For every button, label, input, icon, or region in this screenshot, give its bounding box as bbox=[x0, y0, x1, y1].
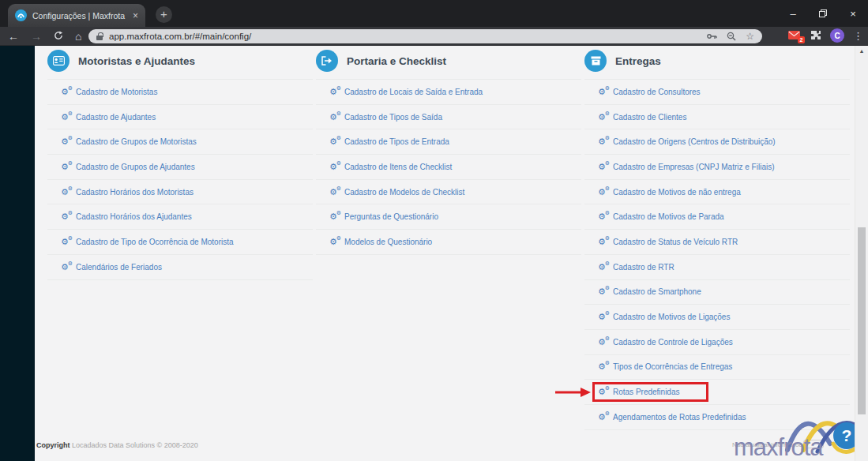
password-key-icon[interactable] bbox=[707, 33, 717, 39]
cogs-icon bbox=[598, 88, 608, 96]
home-button[interactable]: ⌂ bbox=[75, 31, 81, 42]
lock-icon bbox=[96, 36, 103, 40]
cogs-icon bbox=[61, 263, 71, 272]
config-link-cadastro-de-locais-de-saida-e-entrada[interactable]: Cadastro de Locais de Saída e Entrada bbox=[316, 80, 581, 105]
config-link-cadastro-de-controle-de-ligacoes[interactable]: Cadastro de Controle de Ligações bbox=[584, 330, 850, 355]
config-link-modelos-de-questionario[interactable]: Modelos de Questionário bbox=[316, 230, 581, 255]
zoom-out-icon[interactable] bbox=[727, 32, 736, 41]
config-link-perguntas-de-questionario[interactable]: Perguntas de Questionário bbox=[316, 204, 581, 230]
window-close-button[interactable]: × bbox=[838, 0, 868, 27]
config-link-cadastro-de-grupos-de-motoristas[interactable]: Cadastro de Grupos de Motoristas bbox=[47, 129, 313, 155]
section-title: Motoristas e Ajudantes bbox=[78, 55, 195, 67]
forward-button[interactable]: → bbox=[31, 31, 42, 42]
config-link-cadastro-de-modelos-de-checklist[interactable]: Cadastro de Modelos de Checklist bbox=[316, 180, 581, 205]
window-restore-button[interactable] bbox=[808, 0, 838, 27]
config-link-cadastro-de-ajudantes[interactable]: Cadastro de Ajudantes bbox=[47, 105, 313, 130]
help-button[interactable]: ? bbox=[842, 426, 852, 444]
cogs-icon bbox=[61, 88, 71, 96]
tab-title: Configurações | Maxfrota bbox=[32, 11, 128, 21]
cogs-icon bbox=[598, 137, 608, 146]
sign-out-icon bbox=[316, 50, 338, 72]
config-link-rotas-predefinidas[interactable]: Rotas Predefinidas bbox=[584, 380, 850, 405]
copyright-text: Copyright Locadados Data Solutions © 200… bbox=[36, 441, 198, 449]
browser-window: Configurações | Maxfrota × + – × ← → ⌂ a… bbox=[0, 0, 868, 461]
config-link-cadastro-de-tipo-de-ocorrencia-de-motorista[interactable]: Cadastro de Tipo de Ocorrência de Motori… bbox=[47, 230, 313, 255]
config-link-cadastro-de-tipos-de-saida[interactable]: Cadastro de Tipos de Saída bbox=[316, 105, 581, 130]
window-controls: – × bbox=[778, 0, 868, 27]
config-link-cadastro-de-motoristas[interactable]: Cadastro de Motoristas bbox=[47, 80, 313, 105]
cogs-icon bbox=[598, 113, 608, 122]
config-link-cadastro-de-origens-centros-de-distribuicao[interactable]: Cadastro de Origens (Centros de Distribu… bbox=[584, 129, 850, 155]
cogs-icon bbox=[61, 163, 71, 171]
config-link-cadastro-de-itens-de-checklist[interactable]: Cadastro de Itens de Checklist bbox=[316, 155, 581, 180]
reload-button[interactable] bbox=[54, 31, 63, 42]
new-tab-button[interactable]: + bbox=[156, 6, 172, 23]
config-link-cadastro-de-smartphone[interactable]: Cadastro de Smartphone bbox=[584, 280, 850, 305]
back-button[interactable]: ← bbox=[8, 31, 19, 42]
cogs-icon bbox=[598, 388, 608, 396]
maxfrota-logo: Não atualizar informações ? maxfrota bbox=[715, 409, 868, 461]
cogs-icon bbox=[329, 238, 340, 246]
cogs-icon bbox=[61, 188, 71, 197]
scrollbar-thumb[interactable] bbox=[858, 227, 866, 414]
cogs-icon bbox=[329, 188, 340, 197]
cogs-icon bbox=[598, 313, 608, 321]
cogs-icon bbox=[329, 163, 340, 171]
config-link-cadastro-de-tipos-de-entrada[interactable]: Cadastro de Tipos de Entrada bbox=[316, 129, 581, 155]
config-link-cadastro-de-consultores[interactable]: Cadastro de Consultores bbox=[584, 80, 850, 105]
window-minimize-button[interactable]: – bbox=[778, 0, 808, 27]
cogs-icon bbox=[329, 113, 340, 122]
mail-extension-icon[interactable]: 2 bbox=[788, 30, 802, 41]
column-entregas: Entregas Cadastro de ConsultoresCadastro… bbox=[584, 47, 850, 430]
cogs-icon bbox=[598, 238, 608, 246]
annotation-arrow bbox=[554, 387, 591, 398]
cogs-icon bbox=[598, 163, 608, 171]
cogs-icon bbox=[61, 212, 71, 221]
config-link-cadastro-de-motivos-de-nao-entrega[interactable]: Cadastro de Motivos de não entrega bbox=[584, 180, 850, 205]
section-title: Entregas bbox=[615, 55, 661, 67]
cogs-icon bbox=[61, 137, 71, 146]
config-link-tipos-de-ocorrencias-de-entregas[interactable]: Tipos de Ocorrências de Entregas bbox=[584, 355, 850, 380]
url-text[interactable]: app.maxfrota.com.br/#/main/config/ bbox=[109, 32, 697, 41]
bookmark-star-icon[interactable]: ☆ bbox=[746, 31, 754, 42]
browser-tab[interactable]: Configurações | Maxfrota × bbox=[8, 4, 145, 27]
page-scrollbar[interactable]: ▲ bbox=[855, 46, 868, 461]
config-link-cadastro-de-motivos-de-parada[interactable]: Cadastro de Motivos de Parada bbox=[584, 204, 850, 230]
cogs-icon bbox=[598, 413, 608, 422]
collapsed-sidebar[interactable] bbox=[0, 46, 35, 461]
cogs-icon bbox=[598, 188, 608, 197]
cogs-icon bbox=[598, 263, 608, 272]
config-link-cadastro-de-motivos-de-ligacoes[interactable]: Cadastro de Motivos de Ligações bbox=[584, 305, 850, 330]
config-link-cadastro-de-grupos-de-ajudantes[interactable]: Cadastro de Grupos de Ajudantes bbox=[47, 155, 313, 180]
logo-text: maxfrota bbox=[734, 433, 824, 461]
delivery-box-icon bbox=[584, 50, 607, 72]
cogs-icon bbox=[329, 137, 340, 146]
cogs-icon bbox=[598, 338, 608, 347]
address-bar[interactable]: app.maxfrota.com.br/#/main/config/ ☆ bbox=[88, 29, 762, 43]
cogs-icon bbox=[329, 212, 340, 221]
maxfrota-favicon-icon bbox=[15, 9, 27, 21]
config-link-calendarios-de-feriados[interactable]: Calendários de Feriados bbox=[47, 255, 313, 280]
config-link-cadastro-de-status-de-veiculo-rtr[interactable]: Cadastro de Status de Veículo RTR bbox=[584, 230, 850, 255]
column-motoristas-e-ajudantes: Motoristas e Ajudantes Cadastro de Motor… bbox=[47, 47, 313, 280]
id-card-icon bbox=[47, 50, 70, 72]
config-link-cadastro-horarios-dos-ajudantes[interactable]: Cadastro Horários dos Ajudantes bbox=[47, 204, 313, 230]
cogs-icon bbox=[61, 238, 71, 246]
section-title: Portaria e Checklist bbox=[347, 55, 446, 67]
column-portaria-e-checklist: Portaria e Checklist Cadastro de Locais … bbox=[316, 47, 581, 255]
cogs-icon bbox=[329, 88, 340, 96]
cogs-icon bbox=[61, 113, 71, 122]
profile-avatar[interactable]: C bbox=[830, 28, 844, 43]
config-link-cadastro-de-rtr[interactable]: Cadastro de RTR bbox=[584, 255, 850, 280]
tab-close-icon[interactable]: × bbox=[133, 10, 138, 21]
extensions-puzzle-icon[interactable] bbox=[810, 30, 821, 41]
cogs-icon bbox=[598, 287, 608, 296]
config-link-cadastro-de-empresas-cnpj-matriz-e-filiais[interactable]: Cadastro de Empresas (CNPJ Matriz e Fili… bbox=[584, 155, 850, 180]
cogs-icon bbox=[598, 212, 608, 221]
cogs-icon bbox=[598, 362, 608, 371]
config-link-cadastro-horarios-dos-motoristas[interactable]: Cadastro Horários dos Motoristas bbox=[47, 180, 313, 205]
config-link-cadastro-de-clientes[interactable]: Cadastro de Clientes bbox=[584, 105, 850, 130]
browser-menu-icon[interactable]: ⋮ bbox=[853, 30, 863, 42]
scroll-up-icon[interactable]: ▲ bbox=[855, 46, 868, 54]
tab-strip: Configurações | Maxfrota × + – × bbox=[0, 0, 868, 27]
